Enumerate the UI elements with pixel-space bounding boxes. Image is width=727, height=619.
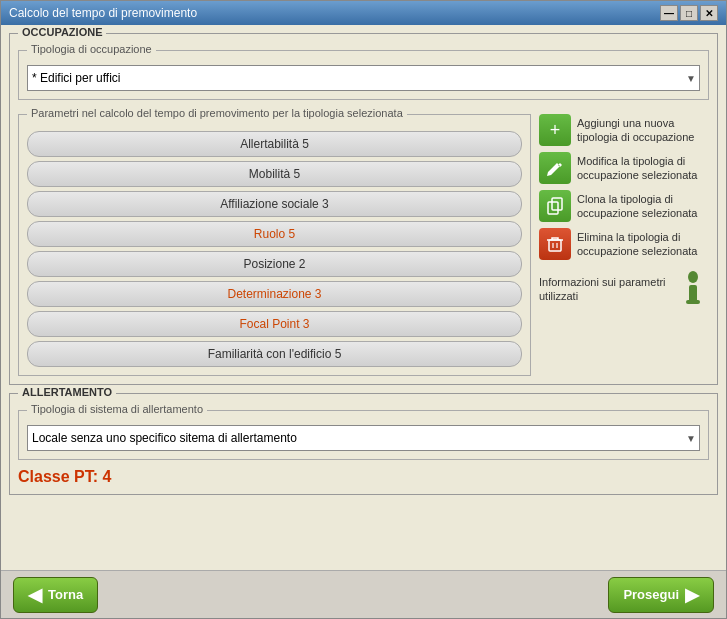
edit-action-item[interactable]: Modifica la tipologia di occupazione sel… xyxy=(539,152,709,184)
params-label: Parametri nel calcolo del tempo di premo… xyxy=(27,107,407,119)
bottom-bar: ◀ Torna Prosegui ▶ xyxy=(1,570,726,618)
window-content: OCCUPAZIONE Tipologia di occupazione * E… xyxy=(1,25,726,570)
back-button[interactable]: ◀ Torna xyxy=(13,577,98,613)
next-label: Prosegui xyxy=(623,587,679,602)
occupazione-section-label: OCCUPAZIONE xyxy=(18,26,106,38)
svg-rect-1 xyxy=(552,198,562,210)
svg-point-6 xyxy=(688,271,698,283)
clone-action-label: Clona la tipologia di occupazione selezi… xyxy=(577,192,709,221)
delete-action-label: Elimina la tipologia di occupazione sele… xyxy=(577,230,709,259)
title-bar-buttons: — □ ✕ xyxy=(660,5,718,21)
tipologia-occupazione-box: Tipologia di occupazione * Edifici per u… xyxy=(18,50,709,100)
occupazione-content: Parametri nel calcolo del tempo di premo… xyxy=(18,114,709,376)
delete-action-item[interactable]: Elimina la tipologia di occupazione sele… xyxy=(539,228,709,260)
main-window: Calcolo del tempo di premovimento — □ ✕ … xyxy=(0,0,727,619)
minimize-button[interactable]: — xyxy=(660,5,678,21)
tipologia-dropdown[interactable]: * Edifici per uffici xyxy=(27,65,700,91)
param-btn-familiarita[interactable]: Familiarità con l'edificio 5 xyxy=(27,341,522,367)
title-bar: Calcolo del tempo di premovimento — □ ✕ xyxy=(1,1,726,25)
tipologia-dropdown-wrapper: * Edifici per uffici ▼ xyxy=(27,65,700,91)
param-btn-allertabilita[interactable]: Allertabilità 5 xyxy=(27,131,522,157)
param-buttons-list: Allertabilità 5 Mobilità 5 Affiliazione … xyxy=(27,131,522,367)
param-btn-ruolo[interactable]: Ruolo 5 xyxy=(27,221,522,247)
maximize-button[interactable]: □ xyxy=(680,5,698,21)
edit-icon xyxy=(539,152,571,184)
allertamento-section: ALLERTAMENTO Tipologia di sistema di all… xyxy=(9,393,718,495)
info-item[interactable]: Informazioni sui parametri utilizzati xyxy=(539,270,709,308)
info-label: Informazioni sui parametri utilizzati xyxy=(539,275,671,304)
info-icon xyxy=(677,270,709,308)
tipologia-label: Tipologia di occupazione xyxy=(27,43,156,55)
next-arrow-icon: ▶ xyxy=(685,584,699,606)
add-action-item[interactable]: + Aggiungi una nuova tipologia di occupa… xyxy=(539,114,709,146)
svg-rect-2 xyxy=(549,240,561,251)
add-icon: + xyxy=(539,114,571,146)
clone-icon xyxy=(539,190,571,222)
close-button[interactable]: ✕ xyxy=(700,5,718,21)
allertamento-section-label: ALLERTAMENTO xyxy=(18,386,116,398)
svg-rect-8 xyxy=(686,300,700,304)
allertamento-tipologia-label: Tipologia di sistema di allertamento xyxy=(27,403,207,415)
param-btn-posizione[interactable]: Posizione 2 xyxy=(27,251,522,277)
allertamento-inner-box: Tipologia di sistema di allertamento Loc… xyxy=(18,410,709,460)
next-button[interactable]: Prosegui ▶ xyxy=(608,577,714,613)
param-btn-affiliazione[interactable]: Affiliazione sociale 3 xyxy=(27,191,522,217)
edit-action-label: Modifica la tipologia di occupazione sel… xyxy=(577,154,709,183)
window-title: Calcolo del tempo di premovimento xyxy=(9,6,197,20)
delete-icon xyxy=(539,228,571,260)
param-btn-determinazione[interactable]: Determinazione 3 xyxy=(27,281,522,307)
params-box: Parametri nel calcolo del tempo di premo… xyxy=(18,114,531,376)
add-action-label: Aggiungi una nuova tipologia di occupazi… xyxy=(577,116,709,145)
svg-rect-0 xyxy=(548,202,558,214)
side-actions: + Aggiungi una nuova tipologia di occupa… xyxy=(539,114,709,376)
occupazione-section: OCCUPAZIONE Tipologia di occupazione * E… xyxy=(9,33,718,385)
param-btn-focal-point[interactable]: Focal Point 3 xyxy=(27,311,522,337)
allertamento-dropdown-wrapper: Locale senza uno specifico sitema di all… xyxy=(27,425,700,451)
back-arrow-icon: ◀ xyxy=(28,584,42,606)
clone-action-item[interactable]: Clona la tipologia di occupazione selezi… xyxy=(539,190,709,222)
param-btn-mobilita[interactable]: Mobilità 5 xyxy=(27,161,522,187)
allertamento-dropdown[interactable]: Locale senza uno specifico sitema di all… xyxy=(27,425,700,451)
classe-pt-label: Classe PT: 4 xyxy=(18,468,709,486)
back-label: Torna xyxy=(48,587,83,602)
